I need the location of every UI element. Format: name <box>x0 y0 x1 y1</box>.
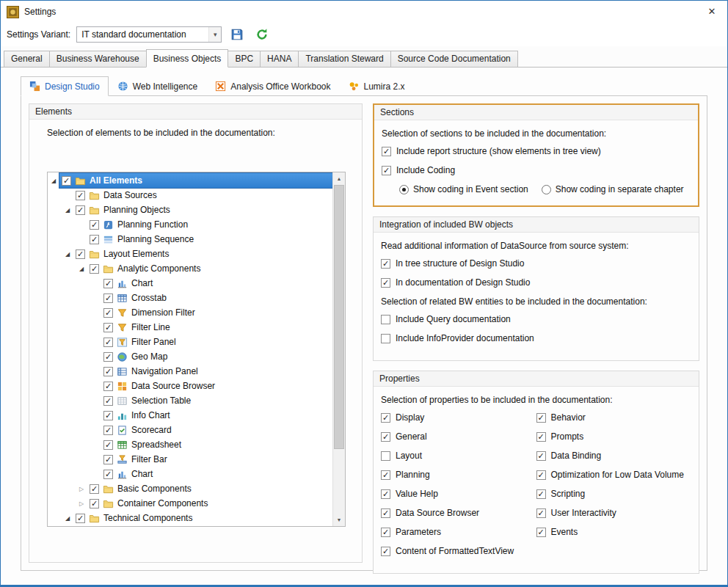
tree-item-content[interactable]: Basic Components <box>87 481 332 496</box>
radio-button[interactable] <box>399 185 409 194</box>
tree-checkbox[interactable] <box>103 367 113 376</box>
tree-item-content[interactable]: Navigation Panel <box>101 364 332 379</box>
tree-item-label[interactable]: Filter Line <box>131 322 170 332</box>
tree-checkbox[interactable] <box>103 279 113 288</box>
refresh-button[interactable] <box>252 26 272 43</box>
integration-checkbox-in-documentation-of-design-studio[interactable]: In documentation of Design Studio <box>381 277 691 288</box>
subtab-analysis-office-workbook[interactable]: Analysis Office Workbook <box>206 76 339 96</box>
property-checkbox-data-binding[interactable]: Data Binding <box>536 451 692 461</box>
tree-item-content[interactable]: Planning Function <box>87 217 332 232</box>
tree-item-content[interactable]: Chart <box>101 276 332 291</box>
expander-icon[interactable]: ◢ <box>62 207 73 214</box>
tree-checkbox[interactable] <box>103 308 113 318</box>
tree-item-navigation-panel[interactable]: Navigation Panel <box>48 364 332 379</box>
tree-item-label[interactable]: Planning Sequence <box>117 234 194 244</box>
tree-checkbox[interactable] <box>103 455 113 464</box>
radio-show-coding-in-separate-chapter[interactable]: Show coding in separate chapter <box>542 184 684 194</box>
chevron-down-icon[interactable]: ▾ <box>208 27 221 42</box>
checkbox[interactable] <box>381 278 390 288</box>
subtab-design-studio[interactable]: Design Studio <box>21 76 109 96</box>
settings-variant-select[interactable]: IT standard documentation ▾ <box>76 26 222 43</box>
property-checkbox-user-interactivity[interactable]: User Interactivity <box>536 508 692 518</box>
tree-checkbox[interactable] <box>103 470 113 479</box>
tree-item-content[interactable]: Planning Sequence <box>87 232 332 247</box>
subtab-web-intelligence[interactable]: Web Intelligence <box>109 76 207 96</box>
integration-checkbox-include-infoprovider-documentation[interactable]: Include InfoProvider documentation <box>381 333 691 343</box>
tree-item-label[interactable]: Technical Components <box>103 513 192 523</box>
tree-item-technical-components[interactable]: ◢Technical Components <box>48 511 332 525</box>
tree-item-content[interactable]: Spreadsheet <box>101 437 332 452</box>
tree-checkbox[interactable] <box>103 352 113 362</box>
tree-checkbox[interactable] <box>90 264 99 274</box>
tab-source-code-documentation[interactable]: Source Code Documentation <box>390 51 518 67</box>
close-button[interactable]: ✕ <box>696 1 727 23</box>
tree-item-label[interactable]: Info Chart <box>131 410 170 420</box>
tree-item-layout-elements[interactable]: ◢Layout Elements <box>48 247 332 261</box>
tree-item-label[interactable]: Filter Panel <box>131 337 176 347</box>
tree-item-label[interactable]: Geo Map <box>131 351 167 362</box>
property-checkbox-value-help[interactable]: Value Help <box>381 489 536 499</box>
checkbox[interactable] <box>382 166 391 175</box>
tree-item-content[interactable]: Dimension Filter <box>101 305 332 320</box>
checkbox[interactable] <box>536 432 546 442</box>
expander-icon[interactable]: ◢ <box>62 515 73 522</box>
tree-checkbox[interactable] <box>103 294 113 303</box>
section-checkbox-include-report-structure-show-elements-in-tree-view[interactable]: Include report structure (show elements … <box>382 146 691 156</box>
property-checkbox-general[interactable]: General <box>381 431 536 442</box>
tree-item-label[interactable]: Filter Bar <box>131 454 167 464</box>
tree-item-content[interactable]: Planning Objects <box>73 203 332 217</box>
tree-checkbox[interactable] <box>103 323 113 332</box>
checkbox[interactable] <box>381 489 390 499</box>
tree-item-geo-map[interactable]: Geo Map <box>48 349 332 364</box>
tab-hana[interactable]: HANA <box>260 51 299 67</box>
tree-item-content[interactable]: Selection Table <box>101 393 332 408</box>
checkbox[interactable] <box>381 334 390 343</box>
tree-item-container-components[interactable]: ▷Container Components <box>48 496 332 511</box>
tree-checkbox[interactable] <box>103 426 113 435</box>
property-checkbox-prompts[interactable]: Prompts <box>536 431 692 442</box>
checkbox[interactable] <box>536 413 546 423</box>
tree-checkbox[interactable] <box>90 235 99 244</box>
tree-item-selection-table[interactable]: Selection Table <box>48 393 332 408</box>
tree-checkbox[interactable] <box>103 338 113 347</box>
tree-item-label[interactable]: Dimension Filter <box>131 307 195 318</box>
tree-item-data-source-browser[interactable]: Data Source Browser <box>48 379 332 393</box>
tree-checkbox[interactable] <box>76 514 85 523</box>
tree-checkbox[interactable] <box>90 484 99 494</box>
expander-icon[interactable]: ◢ <box>62 251 73 258</box>
checkbox[interactable] <box>381 315 390 324</box>
save-button[interactable] <box>228 26 247 43</box>
checkbox[interactable] <box>381 528 390 537</box>
tree-item-content[interactable]: Analytic Components <box>87 261 332 276</box>
checkbox[interactable] <box>381 432 390 442</box>
tree-item-label[interactable]: Chart <box>131 278 153 288</box>
tree-item-planning-sequence[interactable]: Planning Sequence <box>48 232 332 247</box>
tree-item-chart[interactable]: Chart <box>48 467 332 481</box>
property-checkbox-optimization-for-low-data-volume[interactable]: Optimization for Low Data Volume <box>536 470 692 480</box>
checkbox[interactable] <box>536 451 546 461</box>
tree-checkbox[interactable] <box>76 191 85 200</box>
integration-checkbox-in-tree-structure-of-design-studio[interactable]: In tree structure of Design Studio <box>381 258 691 269</box>
section-checkbox-include-coding[interactable]: Include Coding <box>382 165 691 175</box>
tab-business-objects[interactable]: Business Objects <box>146 49 229 68</box>
tree-item-label[interactable]: Planning Function <box>117 219 188 230</box>
tree-item-filter-panel[interactable]: Filter Panel <box>48 335 332 349</box>
scroll-up-button[interactable]: ▲ <box>333 172 345 185</box>
tree-item-content[interactable]: Filter Panel <box>101 335 332 349</box>
tree-item-content[interactable]: Scorecard <box>101 423 332 437</box>
checkbox[interactable] <box>536 470 546 480</box>
tree-item-planning-function[interactable]: Planning Function <box>48 217 332 232</box>
checkbox[interactable] <box>381 470 390 480</box>
tree-item-label[interactable]: Crosstab <box>131 293 167 303</box>
checkbox[interactable] <box>381 413 390 423</box>
tree-item-content[interactable]: Layout Elements <box>73 247 332 261</box>
tree-item-label[interactable]: All Elements <box>90 175 142 186</box>
checkbox[interactable] <box>382 147 391 156</box>
tree-item-all-elements[interactable]: ◢All Elements <box>48 173 332 188</box>
expander-icon[interactable]: ▷ <box>76 500 87 507</box>
tree-item-content[interactable]: Crosstab <box>101 291 332 305</box>
tree-item-scorecard[interactable]: Scorecard <box>48 423 332 437</box>
tree-checkbox[interactable] <box>76 205 85 215</box>
property-checkbox-display[interactable]: Display <box>381 412 536 423</box>
tree-item-label[interactable]: Planning Objects <box>103 205 170 215</box>
